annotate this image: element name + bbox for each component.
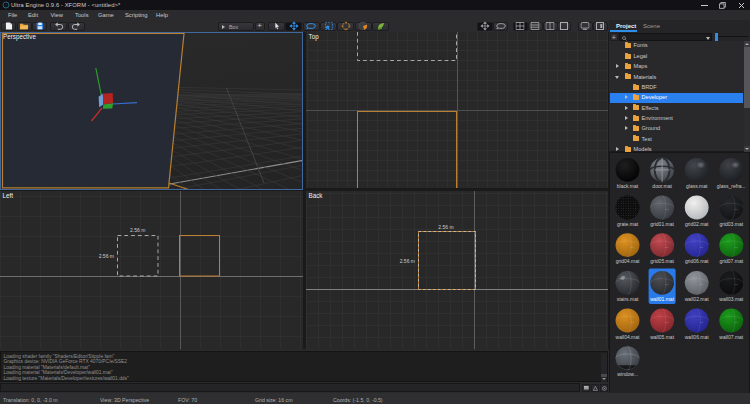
svg-text:grid01.mat: grid01.mat	[650, 221, 674, 227]
svg-text:grate.mat: grate.mat	[617, 221, 639, 227]
svg-text:door.mat: door.mat	[652, 183, 672, 189]
svg-text:Top: Top	[309, 33, 320, 41]
svg-text:wall04.mat: wall04.mat	[616, 334, 641, 340]
svg-text:2.56 m: 2.56 m	[130, 227, 145, 233]
svg-text:wall01.mat: wall01.mat	[650, 296, 675, 302]
svg-text:grid06.mat: grid06.mat	[685, 258, 709, 264]
svg-text:grid04.mat: grid04.mat	[616, 258, 640, 264]
svg-text:2.56 m: 2.56 m	[99, 253, 114, 259]
svg-text:2.56 m: 2.56 m	[438, 224, 453, 230]
svg-text:wall05.mat: wall05.mat	[650, 334, 675, 340]
svg-text:wall06.mat: wall06.mat	[685, 334, 710, 340]
svg-text:Perspective: Perspective	[3, 33, 36, 41]
svg-text:wall03.mat: wall03.mat	[719, 296, 744, 302]
svg-text:Left: Left	[3, 192, 14, 199]
svg-text:stairs.mat: stairs.mat	[617, 296, 639, 302]
svg-text:window...: window...	[617, 371, 638, 377]
svg-text:wall02.mat: wall02.mat	[685, 296, 710, 302]
svg-text:grid03.mat: grid03.mat	[719, 221, 743, 227]
svg-text:grid02.mat: grid02.mat	[685, 221, 709, 227]
svg-text:grid07.mat: grid07.mat	[719, 258, 743, 264]
svg-text:Back: Back	[309, 192, 324, 199]
svg-text:grid05.mat: grid05.mat	[650, 258, 674, 264]
svg-text:wall07.mat: wall07.mat	[719, 334, 744, 340]
svg-text:glass_refra...: glass_refra...	[717, 183, 746, 189]
svg-text:2.56 m: 2.56 m	[400, 258, 415, 264]
svg-text:glass.mat: glass.mat	[686, 183, 708, 189]
svg-text:black.mat: black.mat	[617, 183, 639, 189]
